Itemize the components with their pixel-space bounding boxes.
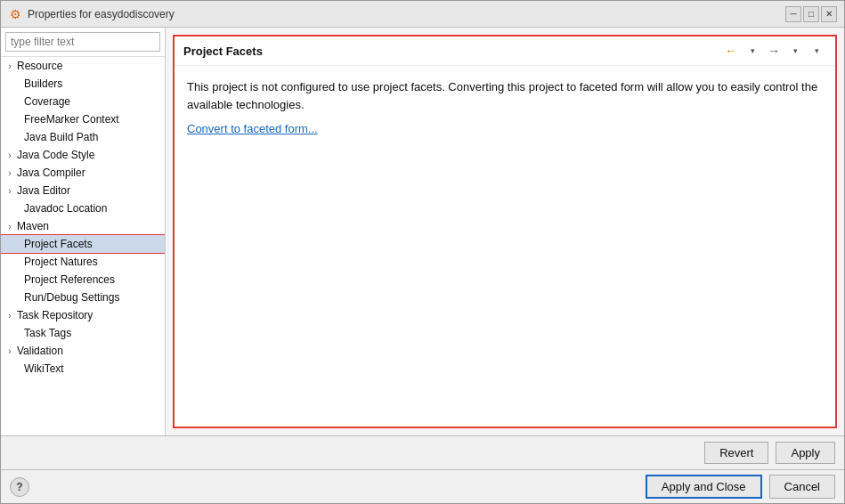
revert-button[interactable]: Revert bbox=[704, 442, 768, 464]
sidebar-item-maven[interactable]: ›Maven bbox=[1, 217, 165, 235]
sidebar-item-label: FreeMarker Context bbox=[24, 113, 119, 126]
close-button[interactable]: ✕ bbox=[821, 6, 837, 22]
forward-button[interactable]: → bbox=[764, 42, 784, 60]
maximize-button[interactable]: □ bbox=[803, 6, 819, 22]
sidebar-item-project-references[interactable]: Project References bbox=[1, 271, 165, 289]
sidebar-item-javadoc-location[interactable]: Javadoc Location bbox=[1, 199, 165, 217]
expand-arrow-icon: › bbox=[3, 222, 17, 232]
expand-arrow-icon: › bbox=[3, 311, 17, 321]
sidebar-item-project-natures[interactable]: Project Natures bbox=[1, 253, 165, 271]
expand-arrow-icon: › bbox=[3, 186, 17, 196]
bottom-bar-buttons: Revert Apply bbox=[704, 442, 835, 464]
sidebar-item-wikitext[interactable]: WikiText bbox=[1, 360, 165, 378]
sidebar-item-label: Javadoc Location bbox=[24, 202, 107, 215]
sidebar-item-validation[interactable]: ›Validation bbox=[1, 342, 165, 360]
sidebar-item-run/debug-settings[interactable]: Run/Debug Settings bbox=[1, 289, 165, 306]
help-button[interactable]: ? bbox=[10, 477, 29, 497]
sidebar-item-label: Task Tags bbox=[24, 327, 71, 339]
panel-message: This project is not configured to use pr… bbox=[187, 78, 823, 113]
back-dropdown-button[interactable]: ▾ bbox=[743, 42, 762, 60]
sidebar-item-label: Java Editor bbox=[17, 184, 70, 197]
sidebar-item-builders[interactable]: Builders bbox=[1, 75, 165, 93]
sidebar-item-label: Project Natures bbox=[24, 256, 98, 268]
sidebar-item-project-facets[interactable]: Project Facets bbox=[1, 235, 165, 253]
expand-arrow-icon: › bbox=[3, 61, 17, 71]
menu-dropdown-button[interactable]: ▾ bbox=[807, 42, 826, 60]
footer-buttons: Apply and Close Cancel bbox=[646, 475, 835, 499]
convert-link[interactable]: Convert to faceted form... bbox=[187, 122, 318, 135]
panel-header: Project Facets ← ▾ → ▾ ▾ bbox=[175, 37, 835, 66]
sidebar-item-task-repository[interactable]: ›Task Repository bbox=[1, 306, 165, 324]
sidebar-item-label: Project References bbox=[24, 273, 115, 286]
window-controls: ─ □ ✕ bbox=[785, 6, 837, 22]
panel-body: This project is not configured to use pr… bbox=[175, 66, 835, 427]
properties-window: ⚙ Properties for easydodiscovery ─ □ ✕ ›… bbox=[0, 0, 845, 504]
sidebar-item-java-editor[interactable]: ›Java Editor bbox=[1, 182, 165, 199]
sidebar: ›Resource Builders Coverage FreeMarker C… bbox=[1, 28, 166, 435]
sidebar-item-freemarker-context[interactable]: FreeMarker Context bbox=[1, 110, 165, 128]
window-icon: ⚙ bbox=[8, 7, 22, 21]
sidebar-item-label: Maven bbox=[17, 220, 49, 232]
expand-arrow-icon: › bbox=[3, 346, 17, 356]
sidebar-item-label: Java Code Style bbox=[17, 149, 94, 161]
sidebar-item-label: WikiText bbox=[24, 362, 64, 375]
sidebar-item-label: Task Repository bbox=[17, 309, 93, 321]
sidebar-item-java-compiler[interactable]: ›Java Compiler bbox=[1, 164, 165, 182]
title-bar: ⚙ Properties for easydodiscovery ─ □ ✕ bbox=[1, 1, 844, 28]
panel-toolbar: ← ▾ → ▾ ▾ bbox=[721, 42, 826, 60]
minimize-button[interactable]: ─ bbox=[785, 6, 801, 22]
sidebar-item-coverage[interactable]: Coverage bbox=[1, 93, 165, 110]
apply-close-button[interactable]: Apply and Close bbox=[646, 475, 762, 499]
sidebar-item-task-tags[interactable]: Task Tags bbox=[1, 324, 165, 342]
expand-arrow-icon: › bbox=[3, 150, 17, 160]
forward-dropdown-button[interactable]: ▾ bbox=[785, 42, 805, 60]
sidebar-item-label: Run/Debug Settings bbox=[24, 291, 119, 304]
sidebar-item-label: Resource bbox=[17, 60, 62, 72]
sidebar-item-label: Builders bbox=[24, 77, 62, 90]
cancel-button[interactable]: Cancel bbox=[769, 475, 835, 499]
search-input[interactable] bbox=[5, 32, 160, 52]
filter-box bbox=[1, 28, 165, 57]
sidebar-item-label: Coverage bbox=[24, 95, 70, 108]
content-area: ›Resource Builders Coverage FreeMarker C… bbox=[1, 28, 844, 435]
sidebar-item-label: Validation bbox=[17, 345, 63, 357]
panel-content: Project Facets ← ▾ → ▾ ▾ This project is… bbox=[173, 35, 837, 428]
expand-arrow-icon: › bbox=[3, 168, 17, 178]
footer-bar: ? Apply and Close Cancel bbox=[1, 469, 844, 503]
bottom-action-bar: Revert Apply bbox=[1, 435, 844, 469]
window-title: Properties for easydodiscovery bbox=[28, 8, 785, 20]
sidebar-item-java-build-path[interactable]: Java Build Path bbox=[1, 128, 165, 146]
sidebar-item-label: Java Build Path bbox=[24, 131, 98, 143]
sidebar-item-resource[interactable]: ›Resource bbox=[1, 57, 165, 75]
apply-button[interactable]: Apply bbox=[776, 442, 835, 464]
back-button[interactable]: ← bbox=[721, 42, 741, 60]
main-panel: Project Facets ← ▾ → ▾ ▾ This project is… bbox=[166, 28, 844, 435]
tree-list: ›Resource Builders Coverage FreeMarker C… bbox=[1, 57, 165, 435]
sidebar-item-label: Project Facets bbox=[24, 238, 93, 250]
sidebar-item-label: Java Compiler bbox=[17, 167, 85, 179]
sidebar-item-java-code-style[interactable]: ›Java Code Style bbox=[1, 146, 165, 164]
panel-title: Project Facets bbox=[183, 45, 721, 58]
